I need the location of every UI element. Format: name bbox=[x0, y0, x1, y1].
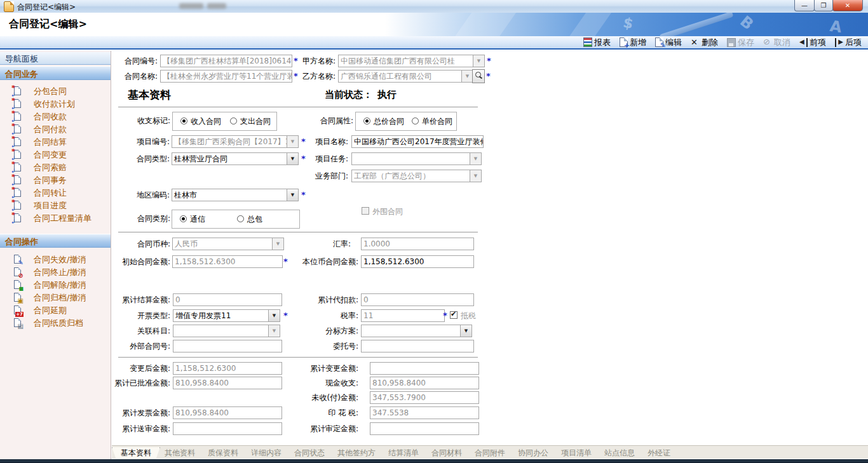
separator bbox=[118, 232, 478, 232]
sidebar-item-affairs[interactable]: 合同事务 bbox=[0, 173, 111, 186]
page-header: $ B A 合同登记<编辑> bbox=[0, 13, 868, 36]
invoice-type-label: 开票类型: bbox=[121, 309, 170, 322]
window-title: 合同登记<编辑> bbox=[17, 2, 76, 13]
sidebar-item-claim[interactable]: 合同索赔 bbox=[0, 161, 111, 173]
sidebar-item-settlement[interactable]: 合同结算 bbox=[0, 135, 111, 148]
maximize-button[interactable]: ❐ bbox=[814, 0, 833, 11]
sidebar-item-change[interactable]: 合同变更 bbox=[0, 148, 111, 161]
delete-x-icon bbox=[691, 38, 700, 47]
new-doc-icon bbox=[11, 149, 22, 159]
new-button[interactable]: 新增 bbox=[620, 37, 646, 48]
changed-amount-label: 变更后金额: bbox=[121, 362, 170, 375]
tab-warranty-info[interactable]: 质保资料 bbox=[200, 447, 247, 460]
radio-general[interactable] bbox=[237, 215, 244, 222]
required-star: * bbox=[301, 135, 306, 148]
currency-combo: 人民币▼ bbox=[172, 238, 284, 250]
ext-no-field[interactable] bbox=[173, 340, 282, 352]
radio-income-contract[interactable] bbox=[180, 117, 187, 124]
sidebar-item-transfer[interactable]: 合同转让 bbox=[0, 186, 111, 199]
settle-total-field: 0 bbox=[173, 293, 282, 306]
project-task-combo: ▼ bbox=[351, 152, 482, 165]
tab-basic-info[interactable]: 基本资料 bbox=[112, 447, 160, 460]
tab-contract-attachments[interactable]: 合同附件 bbox=[466, 447, 513, 460]
close-button[interactable]: ✕ bbox=[832, 0, 863, 11]
sidebar-item-paper-archive[interactable]: 合同纸质归档 bbox=[0, 316, 111, 329]
change-total-field[interactable] bbox=[370, 362, 479, 375]
tab-collaboration[interactable]: 协同办公 bbox=[510, 447, 557, 460]
app-icon bbox=[4, 1, 14, 12]
dept-label: 业务部门: bbox=[306, 170, 348, 182]
attr-label: 合同属性: bbox=[302, 114, 353, 127]
section-header-contract-operations[interactable]: 合同操作 bbox=[0, 234, 111, 248]
rate-field: 1.0000 bbox=[361, 238, 474, 250]
redacted-text bbox=[207, 3, 226, 9]
sidebar-item-payment-plan[interactable]: 收付款计划 bbox=[0, 97, 111, 110]
new-doc-icon bbox=[11, 213, 22, 223]
tab-contract-status[interactable]: 合同状态 bbox=[286, 447, 333, 460]
invoice-type-combo[interactable]: 增值专用发票11▼ bbox=[173, 309, 280, 322]
required-star: * bbox=[283, 255, 288, 268]
radio-telecom[interactable] bbox=[180, 215, 187, 222]
base-amount-field[interactable]: 1,158,512.6300 bbox=[361, 255, 474, 268]
sidebar-item-boq[interactable]: 合同工程量清单 bbox=[0, 211, 111, 224]
report-icon bbox=[583, 37, 592, 47]
chevron-down-icon[interactable]: ▼ bbox=[287, 153, 298, 164]
ext-no-label: 外部合同号: bbox=[114, 340, 170, 352]
chevron-down-icon[interactable]: ▼ bbox=[287, 189, 298, 201]
tab-other-info[interactable]: 其他资料 bbox=[156, 447, 203, 460]
chevron-down-icon[interactable]: ▼ bbox=[268, 310, 280, 321]
edit-button[interactable]: 编辑 bbox=[655, 37, 682, 48]
doc-terminate-icon bbox=[11, 267, 22, 277]
tab-project-list[interactable]: 项目清单 bbox=[553, 447, 600, 460]
party-b-lookup-button[interactable] bbox=[472, 69, 485, 83]
sidebar-item-progress[interactable]: 项目进度 bbox=[0, 199, 111, 211]
new-doc-icon bbox=[11, 111, 22, 121]
page-title: 合同登记<编辑> bbox=[9, 18, 87, 31]
sidebar-item-terminate[interactable]: 合同终止/撤消 bbox=[0, 265, 111, 278]
sidebar-item-extend[interactable]: 合同延期 bbox=[0, 304, 111, 316]
tax-rate-field: 11 bbox=[361, 309, 445, 322]
party-b-label: 乙方名称: bbox=[295, 70, 336, 83]
review-total-field[interactable] bbox=[173, 422, 282, 435]
delete-button[interactable]: 删除 bbox=[691, 37, 718, 48]
sidebar-item-receipt[interactable]: 合同收款 bbox=[0, 110, 111, 123]
radio-expense-contract[interactable] bbox=[230, 117, 237, 124]
tax-deduct-checkbox[interactable] bbox=[450, 311, 458, 319]
contract-no-label: 合同编号: bbox=[113, 55, 158, 67]
bid-plan-combo[interactable]: ▼ bbox=[361, 325, 472, 337]
required-star: * bbox=[301, 189, 306, 201]
tab-other-signers[interactable]: 其他签约方 bbox=[329, 447, 384, 460]
chevron-down-icon[interactable]: ▼ bbox=[460, 325, 471, 337]
sidebar-item-subcontract[interactable]: 分包合同 bbox=[0, 84, 111, 97]
sidebar-item-archive[interactable]: 合同归档/撤消 bbox=[0, 291, 111, 304]
radio-label: 收入合同 bbox=[191, 116, 221, 127]
tab-details[interactable]: 详细内容 bbox=[243, 447, 290, 460]
section-header-contract-business[interactable]: 合同业务 bbox=[0, 66, 111, 80]
sidebar-item-payment[interactable]: 合同付款 bbox=[0, 123, 111, 135]
tab-site-info[interactable]: 站点信息 bbox=[596, 447, 643, 460]
region-combo[interactable]: 桂林市▼ bbox=[172, 189, 299, 201]
rate-label: 汇率: bbox=[322, 238, 351, 250]
window-controls: — ❐ ✕ bbox=[795, 0, 863, 11]
tab-settlement-list[interactable]: 结算清单 bbox=[380, 447, 427, 460]
radio-label: 支出合同 bbox=[240, 116, 271, 127]
radio-unit-price[interactable] bbox=[412, 117, 419, 124]
minimize-button[interactable]: — bbox=[794, 0, 815, 11]
stamp-tax-field: 347.5538 bbox=[370, 406, 479, 419]
next-item-button[interactable]: 后项 bbox=[835, 37, 862, 48]
audit-total-field[interactable] bbox=[370, 422, 479, 435]
radio-lump-sum[interactable] bbox=[363, 117, 370, 124]
prev-item-button[interactable]: 前项 bbox=[799, 37, 826, 48]
entrust-no-field[interactable] bbox=[361, 340, 474, 352]
report-button[interactable]: 报表 bbox=[583, 37, 611, 48]
approved-total-label: 累计已批准金额: bbox=[112, 377, 170, 389]
new-doc-icon bbox=[11, 200, 22, 210]
new-doc-icon bbox=[11, 137, 22, 147]
tab-foreign-permit[interactable]: 外经证 bbox=[639, 447, 679, 460]
project-name-field[interactable]: 中国移动广西公司2017年度营业厅装修 bbox=[351, 135, 484, 148]
sidebar-item-invalidate[interactable]: 合同失效/撤消 bbox=[0, 253, 111, 265]
sidebar-item-release[interactable]: 合同解除/撤消 bbox=[0, 278, 111, 291]
contract-name-field: 【桂林全州永岁营业厅等11个营业厅装修改 bbox=[160, 70, 292, 83]
contract-type-combo[interactable]: 桂林营业厅合同▼ bbox=[172, 152, 299, 165]
tab-contract-materials[interactable]: 合同材料 bbox=[423, 447, 470, 460]
